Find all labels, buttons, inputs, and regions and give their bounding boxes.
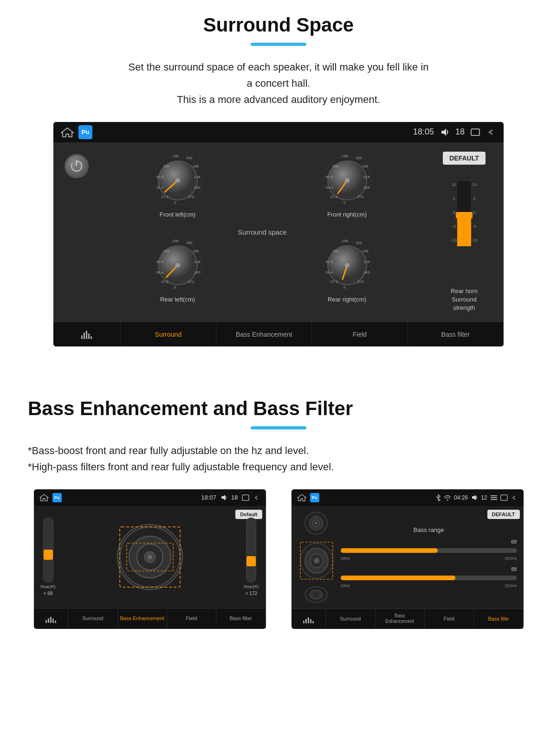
strength-slider[interactable]: 10 5 0 -5 -10 10 5 0 -5 -10 <box>446 177 483 283</box>
tab-bass-filter-right[interactable]: Bass filte <box>474 609 523 629</box>
slider-2-group: 88 20Hz 250Hz <box>341 566 517 588</box>
tab-bass-enh-left[interactable]: Bass Enhancement <box>118 609 167 628</box>
svg-text:190: 190 <box>362 164 369 168</box>
right-fader-value: < 172 <box>246 591 257 596</box>
svg-rect-76 <box>457 215 471 246</box>
svg-text:81.6: 81.6 <box>156 260 164 264</box>
knob-rear-left-svg[interactable]: 136 163 190 109 81.6 218 54.4 245 27.2 2… <box>145 237 210 292</box>
right-fader-label: Rear(R) <box>244 584 259 589</box>
svg-text:272: 272 <box>188 195 194 199</box>
slider1-container[interactable] <box>341 546 517 555</box>
tab-bar-left: Surround Bass Enhancement Field Bass fil… <box>34 608 266 628</box>
svg-text:10: 10 <box>472 182 477 187</box>
svg-point-101 <box>315 522 317 525</box>
tab-bass-enhancement[interactable]: Bass Enhancement <box>216 322 312 346</box>
window-icon <box>470 128 480 136</box>
default-btn-bass[interactable]: Default <box>235 510 262 519</box>
svg-text:163: 163 <box>186 241 193 245</box>
svg-text:81.6: 81.6 <box>326 175 333 179</box>
left-fader-value: < 68 <box>44 591 53 596</box>
dual-device-screens: Pu 18:07 18 <box>28 489 529 652</box>
home-icon <box>61 127 74 137</box>
tab-eq-right[interactable] <box>291 609 326 629</box>
knob-front-left: 136 163 190 109 81.6 218 54.4 245 27.2 2… <box>100 152 255 227</box>
svg-text:272: 272 <box>357 195 364 199</box>
left-fader-track[interactable] <box>43 518 53 583</box>
default-button[interactable]: DEFAULT <box>443 152 486 165</box>
tab-field[interactable]: Field <box>312 322 408 346</box>
knob-rear-left: 136 163 190 109 81.6 218 54.4 245 27.2 2… <box>100 237 255 312</box>
svg-text:-5: -5 <box>452 224 456 229</box>
svg-text:54.4: 54.4 <box>326 270 333 275</box>
vol-icon-sm <box>220 494 227 501</box>
speaker-small-bottom <box>304 585 329 604</box>
section2-divider <box>251 426 306 429</box>
svg-text:272: 272 <box>188 280 194 284</box>
tab-field-left[interactable]: Field <box>167 609 216 628</box>
device-bass-enhancement: Pu 18:07 18 <box>34 489 266 629</box>
left-speakers <box>298 511 335 604</box>
knob-front-right-svg[interactable]: 136 163 190 109 81.6 218 54.4 245 27.2 2… <box>315 152 380 207</box>
eq-icon-right <box>303 614 314 623</box>
tab-eq-left[interactable] <box>34 609 69 628</box>
tab-bar-right: Surround BassEnhancement Field Bass filt… <box>291 609 524 629</box>
svg-rect-97 <box>501 495 507 500</box>
knob-rear-right-label: Rear right(cm) <box>328 296 366 303</box>
left-fader-label: Rear(R) <box>41 584 56 589</box>
tab-surround[interactable]: Surround <box>121 322 216 346</box>
back-icon-sm-r <box>511 494 518 501</box>
section1: Surround Space Set the surround space of… <box>0 0 557 379</box>
speaker-main-right <box>298 540 335 582</box>
svg-text:190: 190 <box>362 249 369 253</box>
surround-space-label: Surround space <box>238 228 287 236</box>
svg-marker-80 <box>40 494 48 501</box>
svg-text:109: 109 <box>163 249 169 253</box>
bass-filter-content: DEFAULT <box>291 506 524 609</box>
window-icon-sm-l <box>242 494 249 501</box>
svg-point-34 <box>345 178 350 183</box>
status-right-left: 18:07 18 <box>201 494 260 501</box>
knobs-grid: 136 163 190 109 81.6 218 54.4 245 27.2 2… <box>100 152 425 313</box>
tab-equalizer[interactable] <box>53 322 121 346</box>
tab-bass-enh-right[interactable]: BassEnhancement <box>376 609 425 629</box>
right-faders: Rear(R) < 172 <box>244 518 259 596</box>
slider1-max: 250Hz <box>505 556 517 561</box>
tab-bass-filter[interactable]: Bass filter <box>408 322 504 346</box>
knob-front-right: 136 163 190 109 81.6 218 54.4 245 27.2 2… <box>269 152 425 227</box>
svg-text:0: 0 <box>453 210 455 215</box>
section2-desc: *Bass-boost front and rear fully adjusta… <box>28 442 529 475</box>
title-divider <box>251 43 306 46</box>
default-btn-right-wrap: DEFAULT <box>487 510 520 519</box>
knob-rear-right: 136 163 190 109 81.6 218 54.4 245 27.2 2… <box>269 237 425 312</box>
svg-marker-81 <box>221 495 225 500</box>
tab-surround-left[interactable]: Surround <box>68 609 117 628</box>
tab-bar: Surround Bass Enhancement Field Bass fil… <box>53 321 504 346</box>
section2: Bass Enhancement and Bass Filter *Bass-b… <box>0 379 557 661</box>
svg-point-109 <box>313 592 319 597</box>
right-fader-track[interactable] <box>246 518 256 583</box>
tab-surround-right[interactable]: Surround <box>326 609 375 629</box>
menu-icon <box>490 494 498 501</box>
device-bass-filter: Pu 04:26 <box>291 489 524 629</box>
eq-icon-left <box>45 614 56 623</box>
section-description: Set the surround space of each speaker, … <box>28 59 529 108</box>
default-btn-filter[interactable]: DEFAULT <box>487 510 520 519</box>
slider2-container[interactable] <box>341 573 517 583</box>
slider2-max: 250Hz <box>505 583 517 588</box>
power-button[interactable] <box>65 154 89 178</box>
svg-text:54.4: 54.4 <box>156 270 164 275</box>
back-icon-sm-l <box>253 494 260 501</box>
status-bar-left: Pu <box>61 125 92 139</box>
svg-text:218: 218 <box>194 175 201 179</box>
volume-icon <box>440 128 450 136</box>
knob-front-left-svg[interactable]: 136 163 190 109 81.6 218 54.4 245 27.2 2… <box>145 152 210 207</box>
svg-rect-2 <box>471 129 479 135</box>
knob-rear-right-svg[interactable]: 136 163 190 109 81.6 218 54.4 245 27.2 2… <box>315 237 380 292</box>
tab-field-right[interactable]: Field <box>425 609 474 629</box>
svg-rect-82 <box>242 495 249 500</box>
bluetooth-icon <box>435 494 441 501</box>
tab-bass-filter-left[interactable]: Bass filter <box>216 609 266 628</box>
app-icon-sm-left: Pu <box>52 493 62 502</box>
wifi-icon <box>444 494 451 501</box>
device-screenshot-1: Pu 18:05 18 <box>53 122 504 347</box>
